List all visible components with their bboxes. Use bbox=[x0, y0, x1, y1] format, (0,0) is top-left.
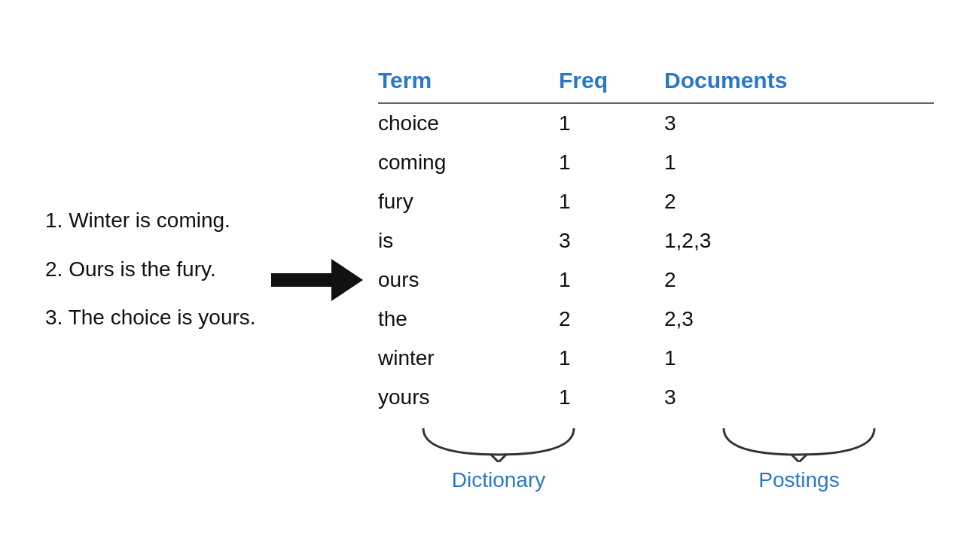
arrow-head bbox=[331, 259, 363, 301]
cell-term-0: choice bbox=[378, 104, 529, 143]
table-row: is31,2,3 bbox=[378, 221, 934, 260]
documents-section: 1. Winter is coming. 2. Ours is the fury… bbox=[30, 207, 271, 352]
cell-freq-0: 1 bbox=[529, 104, 619, 143]
dictionary-label-area: Dictionary bbox=[378, 425, 619, 492]
arrow-body bbox=[271, 273, 331, 287]
cell-docs-6: 1 bbox=[619, 339, 934, 378]
table-wrapper: Term Freq Documents choice13coming11fury… bbox=[378, 68, 934, 492]
arrow-section bbox=[271, 259, 363, 301]
cell-freq-2: 1 bbox=[529, 182, 619, 221]
cell-freq-3: 3 bbox=[529, 221, 619, 260]
cell-docs-2: 2 bbox=[619, 182, 934, 221]
table-row: winter11 bbox=[378, 339, 934, 378]
index-table: Term Freq Documents choice13coming11fury… bbox=[378, 68, 934, 417]
cell-term-3: is bbox=[378, 221, 529, 260]
table-row: ours12 bbox=[378, 260, 934, 300]
cell-docs-5: 2,3 bbox=[619, 300, 934, 339]
cell-term-6: winter bbox=[378, 339, 529, 378]
cell-freq-4: 1 bbox=[529, 260, 619, 300]
dictionary-brace bbox=[416, 425, 581, 462]
cell-freq-7: 1 bbox=[529, 378, 619, 417]
doc-1-number: 1. bbox=[45, 208, 69, 232]
arrow-icon bbox=[271, 259, 363, 301]
cell-term-7: yours bbox=[378, 378, 529, 417]
bottom-labels: Dictionary Postings bbox=[378, 425, 934, 492]
table-row: fury12 bbox=[378, 182, 934, 221]
doc-3-number: 3. bbox=[45, 306, 69, 329]
cell-freq-6: 1 bbox=[529, 339, 619, 378]
doc-3-text: The choice is yours. bbox=[69, 306, 256, 329]
cell-term-5: the bbox=[378, 300, 529, 339]
table-row: the22,3 bbox=[378, 300, 934, 339]
postings-label-area: Postings bbox=[664, 425, 934, 492]
header-documents: Documents bbox=[619, 68, 934, 102]
table-row: yours13 bbox=[378, 378, 934, 417]
header-term: Term bbox=[378, 68, 529, 102]
cell-term-4: ours bbox=[378, 260, 529, 300]
cell-term-2: fury bbox=[378, 182, 529, 221]
doc-2: 2. Ours is the fury. bbox=[45, 256, 271, 283]
cell-freq-1: 1 bbox=[529, 143, 619, 182]
header-freq: Freq bbox=[529, 68, 619, 102]
doc-2-number: 2. bbox=[45, 257, 69, 281]
table-section: Term Freq Documents choice13coming11fury… bbox=[363, 68, 934, 492]
table-row: choice13 bbox=[378, 104, 934, 143]
cell-docs-0: 3 bbox=[619, 104, 934, 143]
cell-freq-5: 2 bbox=[529, 300, 619, 339]
main-container: 1. Winter is coming. 2. Ours is the fury… bbox=[30, 68, 934, 492]
cell-docs-7: 3 bbox=[619, 378, 934, 417]
cell-term-1: coming bbox=[378, 143, 529, 182]
doc-2-text: Ours is the fury. bbox=[69, 257, 216, 281]
dictionary-label: Dictionary bbox=[452, 468, 545, 492]
cell-docs-1: 1 bbox=[619, 143, 934, 182]
cell-docs-3: 1,2,3 bbox=[619, 221, 934, 260]
doc-1-text: Winter is coming. bbox=[69, 208, 230, 232]
doc-3: 3. The choice is yours. bbox=[45, 304, 271, 331]
cell-docs-4: 2 bbox=[619, 260, 934, 300]
postings-label: Postings bbox=[758, 468, 839, 492]
table-row: coming11 bbox=[378, 143, 934, 182]
postings-brace bbox=[716, 425, 882, 462]
doc-1: 1. Winter is coming. bbox=[45, 207, 271, 234]
